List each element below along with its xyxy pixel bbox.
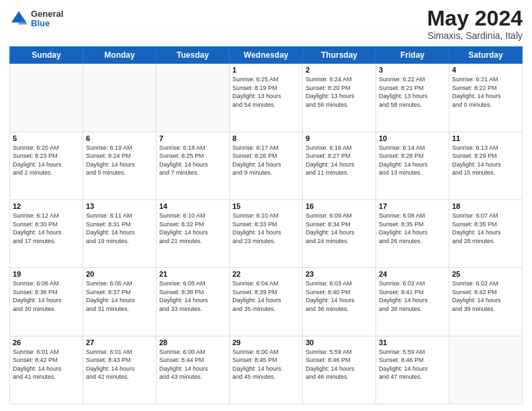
calendar-cell: 13Sunrise: 6:11 AM Sunset: 8:31 PM Dayli… <box>83 199 157 267</box>
day-number: 17 <box>379 202 446 210</box>
weekday-header-sunday: Sunday <box>10 47 83 64</box>
calendar-cell: 28Sunrise: 6:00 AM Sunset: 8:44 PM Dayli… <box>157 336 230 404</box>
calendar-title: May 2024 <box>427 7 523 30</box>
calendar-cell: 29Sunrise: 6:00 AM Sunset: 8:45 PM Dayli… <box>230 336 303 404</box>
day-content: Sunrise: 6:05 AM Sunset: 8:37 PM Dayligh… <box>86 279 153 313</box>
day-content: Sunrise: 6:10 AM Sunset: 8:32 PM Dayligh… <box>159 212 226 245</box>
calendar-cell: 10Sunrise: 6:14 AM Sunset: 8:28 PM Dayli… <box>376 132 449 199</box>
weekday-header-monday: Monday <box>83 47 157 64</box>
day-content: Sunrise: 6:19 AM Sunset: 8:24 PM Dayligh… <box>86 144 153 177</box>
day-number: 26 <box>13 338 80 347</box>
calendar-cell <box>10 64 83 132</box>
calendar-cell: 7Sunrise: 6:18 AM Sunset: 8:25 PM Daylig… <box>157 132 230 199</box>
day-number: 29 <box>232 338 300 347</box>
day-content: Sunrise: 6:03 AM Sunset: 8:40 PM Dayligh… <box>306 279 373 313</box>
day-content: Sunrise: 6:02 AM Sunset: 8:41 PM Dayligh… <box>379 279 446 313</box>
logo-blue-text: Blue <box>31 19 63 28</box>
day-content: Sunrise: 6:09 AM Sunset: 8:34 PM Dayligh… <box>306 212 373 245</box>
calendar-cell: 30Sunrise: 5:59 AM Sunset: 8:46 PM Dayli… <box>303 336 376 404</box>
weekday-header-friday: Friday <box>376 47 449 64</box>
weekday-header-row: SundayMondayTuesdayWednesdayThursdayFrid… <box>10 47 523 64</box>
calendar-cell: 3Sunrise: 6:22 AM Sunset: 8:21 PM Daylig… <box>376 64 449 132</box>
day-content: Sunrise: 6:14 AM Sunset: 8:28 PM Dayligh… <box>379 144 446 177</box>
day-content: Sunrise: 6:00 AM Sunset: 8:44 PM Dayligh… <box>159 348 226 381</box>
calendar-header: SundayMondayTuesdayWednesdayThursdayFrid… <box>10 47 523 64</box>
day-number: 24 <box>379 270 446 278</box>
day-number: 19 <box>13 270 80 278</box>
day-number: 30 <box>306 338 373 347</box>
day-content: Sunrise: 6:02 AM Sunset: 8:42 PM Dayligh… <box>452 279 519 313</box>
day-content: Sunrise: 6:18 AM Sunset: 8:25 PM Dayligh… <box>159 144 226 177</box>
day-content: Sunrise: 5:59 AM Sunset: 8:46 PM Dayligh… <box>306 348 373 381</box>
day-number: 3 <box>379 66 446 74</box>
calendar-cell: 26Sunrise: 6:01 AM Sunset: 8:42 PM Dayli… <box>10 336 83 404</box>
day-content: Sunrise: 6:08 AM Sunset: 8:35 PM Dayligh… <box>379 212 446 245</box>
day-content: Sunrise: 6:01 AM Sunset: 8:43 PM Dayligh… <box>86 348 153 381</box>
calendar-cell: 2Sunrise: 6:24 AM Sunset: 8:20 PM Daylig… <box>303 64 376 132</box>
calendar-week-row: 19Sunrise: 6:06 AM Sunset: 8:36 PM Dayli… <box>10 268 523 336</box>
title-block: May 2024 Simaxis, Sardinia, Italy <box>427 7 523 41</box>
page: General Blue May 2024 Simaxis, Sardinia,… <box>0 0 532 411</box>
calendar-cell <box>449 336 523 404</box>
day-number: 4 <box>452 66 519 74</box>
day-content: Sunrise: 6:05 AM Sunset: 8:38 PM Dayligh… <box>159 279 226 313</box>
calendar-cell: 24Sunrise: 6:02 AM Sunset: 8:41 PM Dayli… <box>376 268 449 336</box>
day-number: 14 <box>159 202 226 210</box>
calendar-cell <box>83 64 157 132</box>
weekday-header-tuesday: Tuesday <box>157 47 230 64</box>
day-number: 13 <box>86 202 153 210</box>
day-number: 10 <box>379 134 446 142</box>
day-number: 6 <box>86 134 153 142</box>
day-content: Sunrise: 5:59 AM Sunset: 8:46 PM Dayligh… <box>379 348 446 381</box>
logo-general-text: General <box>31 9 63 19</box>
day-number: 25 <box>452 270 519 278</box>
calendar-week-row: 1Sunrise: 6:25 AM Sunset: 8:19 PM Daylig… <box>10 64 523 132</box>
calendar-cell: 27Sunrise: 6:01 AM Sunset: 8:43 PM Dayli… <box>83 336 157 404</box>
calendar-table: SundayMondayTuesdayWednesdayThursdayFrid… <box>9 46 523 404</box>
day-number: 2 <box>306 66 373 74</box>
day-content: Sunrise: 6:07 AM Sunset: 8:35 PM Dayligh… <box>452 212 519 245</box>
calendar-cell: 18Sunrise: 6:07 AM Sunset: 8:35 PM Dayli… <box>449 199 523 267</box>
calendar-location: Simaxis, Sardinia, Italy <box>427 30 523 41</box>
calendar-cell: 6Sunrise: 6:19 AM Sunset: 8:24 PM Daylig… <box>83 132 157 199</box>
day-content: Sunrise: 6:17 AM Sunset: 8:26 PM Dayligh… <box>232 144 300 177</box>
day-content: Sunrise: 6:11 AM Sunset: 8:31 PM Dayligh… <box>86 212 153 245</box>
logo: General Blue <box>9 9 63 29</box>
calendar-cell: 25Sunrise: 6:02 AM Sunset: 8:42 PM Dayli… <box>449 268 523 336</box>
day-number: 8 <box>232 134 300 142</box>
calendar-cell: 4Sunrise: 6:21 AM Sunset: 8:22 PM Daylig… <box>449 64 523 132</box>
calendar-cell: 5Sunrise: 6:20 AM Sunset: 8:23 PM Daylig… <box>10 132 83 199</box>
calendar-cell: 31Sunrise: 5:59 AM Sunset: 8:46 PM Dayli… <box>376 336 449 404</box>
weekday-header-thursday: Thursday <box>303 47 376 64</box>
calendar-cell: 1Sunrise: 6:25 AM Sunset: 8:19 PM Daylig… <box>230 64 303 132</box>
calendar-cell: 21Sunrise: 6:05 AM Sunset: 8:38 PM Dayli… <box>157 268 230 336</box>
calendar-cell: 17Sunrise: 6:08 AM Sunset: 8:35 PM Dayli… <box>376 199 449 267</box>
day-number: 7 <box>159 134 226 142</box>
day-content: Sunrise: 6:01 AM Sunset: 8:42 PM Dayligh… <box>13 348 80 381</box>
day-content: Sunrise: 6:22 AM Sunset: 8:21 PM Dayligh… <box>379 75 446 109</box>
day-content: Sunrise: 6:16 AM Sunset: 8:27 PM Dayligh… <box>306 144 373 177</box>
calendar-week-row: 5Sunrise: 6:20 AM Sunset: 8:23 PM Daylig… <box>10 132 523 199</box>
day-content: Sunrise: 6:10 AM Sunset: 8:33 PM Dayligh… <box>232 212 300 245</box>
day-number: 16 <box>306 202 373 210</box>
header: General Blue May 2024 Simaxis, Sardinia,… <box>9 7 523 41</box>
calendar-body: 1Sunrise: 6:25 AM Sunset: 8:19 PM Daylig… <box>10 64 523 404</box>
day-number: 23 <box>306 270 373 278</box>
day-content: Sunrise: 6:21 AM Sunset: 8:22 PM Dayligh… <box>452 75 519 109</box>
calendar-week-row: 26Sunrise: 6:01 AM Sunset: 8:42 PM Dayli… <box>10 336 523 404</box>
day-number: 20 <box>86 270 153 278</box>
day-number: 28 <box>159 338 226 347</box>
calendar-cell: 23Sunrise: 6:03 AM Sunset: 8:40 PM Dayli… <box>303 268 376 336</box>
day-number: 1 <box>232 66 300 74</box>
calendar-cell: 11Sunrise: 6:13 AM Sunset: 8:29 PM Dayli… <box>449 132 523 199</box>
logo-icon <box>9 9 28 28</box>
day-content: Sunrise: 6:06 AM Sunset: 8:36 PM Dayligh… <box>13 279 80 313</box>
calendar-cell: 20Sunrise: 6:05 AM Sunset: 8:37 PM Dayli… <box>83 268 157 336</box>
calendar-cell: 19Sunrise: 6:06 AM Sunset: 8:36 PM Dayli… <box>10 268 83 336</box>
calendar-week-row: 12Sunrise: 6:12 AM Sunset: 8:30 PM Dayli… <box>10 199 523 267</box>
day-content: Sunrise: 6:25 AM Sunset: 8:19 PM Dayligh… <box>232 75 300 109</box>
calendar-cell: 12Sunrise: 6:12 AM Sunset: 8:30 PM Dayli… <box>10 199 83 267</box>
calendar-cell: 8Sunrise: 6:17 AM Sunset: 8:26 PM Daylig… <box>230 132 303 199</box>
day-number: 27 <box>86 338 153 347</box>
day-content: Sunrise: 6:00 AM Sunset: 8:45 PM Dayligh… <box>232 348 300 381</box>
